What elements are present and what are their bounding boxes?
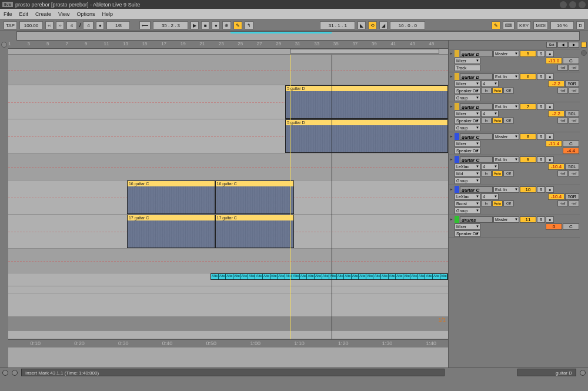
group-dropdown[interactable]: Group (455, 125, 480, 131)
midi-clip-segment[interactable]: Alte (211, 274, 219, 279)
device-dropdown[interactable]: LeXtac (455, 193, 480, 200)
arm-button[interactable]: ● (546, 103, 554, 110)
track-name[interactable]: guitar D (460, 51, 493, 57)
midi-clip-segment[interactable]: Alte (359, 274, 366, 279)
pan-field[interactable]: C (563, 223, 579, 230)
channel-dropdown[interactable]: 4 (481, 111, 499, 117)
monitor-auto-button[interactable]: Auto (492, 171, 503, 176)
send-a[interactable]: -inf (557, 171, 568, 176)
pan-field[interactable]: C (563, 58, 579, 64)
play-button[interactable]: ▶ (191, 21, 199, 29)
beat-ruler[interactable]: 1357911131517192123252729313335373941434… (8, 41, 448, 49)
track-color-swatch[interactable] (455, 186, 459, 193)
track-lane-guitar-c-1[interactable]: 16 guitar C 16 guitar C (8, 181, 448, 215)
menu-edit[interactable]: Edit (19, 11, 29, 17)
track-color-swatch[interactable] (455, 103, 459, 110)
track-activator[interactable]: 10 (520, 186, 536, 193)
monitor-in-button[interactable]: In (481, 200, 492, 206)
send-b[interactable]: -inf (569, 118, 579, 123)
monitor-auto-button[interactable]: Auto (492, 200, 503, 206)
midi-clip-segment[interactable]: Alte (366, 274, 374, 279)
arm-button[interactable]: ● (546, 51, 554, 57)
track-lane-guitar-d-group[interactable] (8, 55, 448, 85)
volume-field[interactable]: -2.2 (548, 81, 564, 87)
track-activator[interactable]: 5 (520, 51, 536, 57)
arm-button[interactable]: ● (546, 216, 554, 223)
volume-field[interactable]: -10.4 (548, 193, 564, 200)
audio-clip[interactable]: 17 guitar C (127, 215, 215, 248)
monitor-auto-button[interactable]: Auto (492, 88, 503, 93)
io-routing-dropdown[interactable]: Master (493, 216, 519, 223)
clip-title[interactable]: 5 guitar D (286, 120, 447, 125)
track-name[interactable]: guitar D (460, 73, 493, 80)
send-a[interactable]: -inf (557, 88, 568, 93)
pan-field[interactable]: C (563, 141, 579, 147)
param-dropdown[interactable]: Boost (455, 200, 480, 207)
io-section-toggle[interactable] (581, 42, 587, 48)
param-dropdown[interactable]: Mid (455, 171, 480, 177)
track-fold-button[interactable]: ▸ (449, 51, 454, 56)
solo-button[interactable]: S (537, 156, 545, 163)
volume-field[interactable]: -2.2 (548, 111, 564, 117)
channel-dropdown[interactable]: 4 (481, 163, 499, 170)
pan-field[interactable]: 50L (565, 163, 579, 170)
menu-help[interactable]: Help (102, 11, 113, 17)
device-dropdown[interactable]: Mixer (455, 223, 480, 230)
midi-clip-segment[interactable]: Alte (270, 274, 278, 279)
punch-out-button[interactable]: ◢ (379, 21, 387, 29)
solo-button[interactable]: S (537, 73, 545, 80)
solo-button[interactable]: S (537, 216, 545, 223)
loop-length[interactable]: 16 . 0 . 0 (390, 21, 425, 29)
midi-clip-segment[interactable]: Alte (373, 274, 381, 279)
maximize-button[interactable] (569, 1, 576, 8)
track-name[interactable]: guitar C (460, 186, 493, 193)
stop-button[interactable]: ■ (201, 21, 209, 29)
detail-view-toggle-icon[interactable] (581, 50, 587, 56)
track-lane-guitar-d-1[interactable]: 5 guitar D (8, 85, 448, 119)
midi-clip-segment[interactable]: Alte (322, 274, 330, 279)
clip-title[interactable]: 16 guitar C (128, 181, 215, 186)
send-b[interactable]: -inf (569, 65, 579, 71)
midi-clip-segment[interactable]: Alte (315, 274, 322, 279)
send-a[interactable]: -inf (557, 200, 568, 206)
midi-clip-segment[interactable]: Alte (248, 274, 256, 279)
track-activator[interactable]: 9 (520, 156, 536, 163)
param-dropdown[interactable]: Track Volum (455, 65, 480, 71)
loop-switch[interactable]: ⟲ (368, 21, 377, 29)
midi-clip-segment[interactable]: Alte (403, 274, 411, 279)
param-dropdown[interactable]: Speaker On (455, 230, 480, 237)
io-routing-dropdown[interactable]: Ext. In (493, 186, 519, 193)
close-button[interactable] (579, 1, 586, 8)
track-lane-return-a[interactable] (8, 286, 448, 293)
pan-field[interactable]: 50L (565, 111, 579, 117)
track-lane-guitar-c-group[interactable] (8, 153, 448, 181)
monitor-in-button[interactable]: In (481, 118, 492, 123)
browser-toggle-icon[interactable] (1, 42, 7, 48)
midi-clip-segment[interactable]: Alte (389, 274, 396, 279)
monitor-in-button[interactable]: In (481, 88, 492, 93)
minimize-button[interactable] (560, 1, 567, 8)
track-fold-button[interactable]: ▸ (449, 104, 454, 109)
volume-field[interactable]: -10.4 (548, 163, 564, 170)
audio-clip[interactable]: 16 guitar C (127, 181, 215, 214)
track-name[interactable]: guitar C (460, 133, 493, 140)
audio-clip[interactable]: 16 guitar C (215, 181, 295, 214)
tap-tempo-button[interactable]: TAP (4, 21, 17, 29)
clip-title[interactable]: 16 guitar C (216, 181, 294, 186)
audio-clip[interactable]: 17 guitar C (215, 215, 295, 248)
monitor-auto-button[interactable]: Auto (492, 118, 503, 123)
track-color-swatch[interactable] (455, 50, 459, 57)
group-dropdown[interactable]: Group (455, 95, 480, 101)
midi-clip-segment[interactable]: Alte (425, 274, 433, 279)
clip-title[interactable]: 17 guitar C (128, 215, 215, 220)
time-ruler[interactable]: 0:100:200:300:400:501:001:101:201:301:40 (8, 339, 448, 347)
track-fold-button[interactable]: ▸ (449, 134, 454, 139)
punch-in-button[interactable]: ◣ (358, 21, 366, 29)
track-name[interactable]: drums (460, 216, 493, 223)
midi-clip-segment[interactable]: Alte (396, 274, 403, 279)
menu-options[interactable]: Options (76, 11, 95, 17)
audio-clip[interactable]: 5 guitar D (285, 119, 448, 153)
io-routing-dropdown[interactable]: Master (493, 51, 519, 57)
nudge-down-button[interactable]: ‹‹ (45, 21, 54, 29)
track-fold-button[interactable]: ▸ (449, 217, 454, 222)
